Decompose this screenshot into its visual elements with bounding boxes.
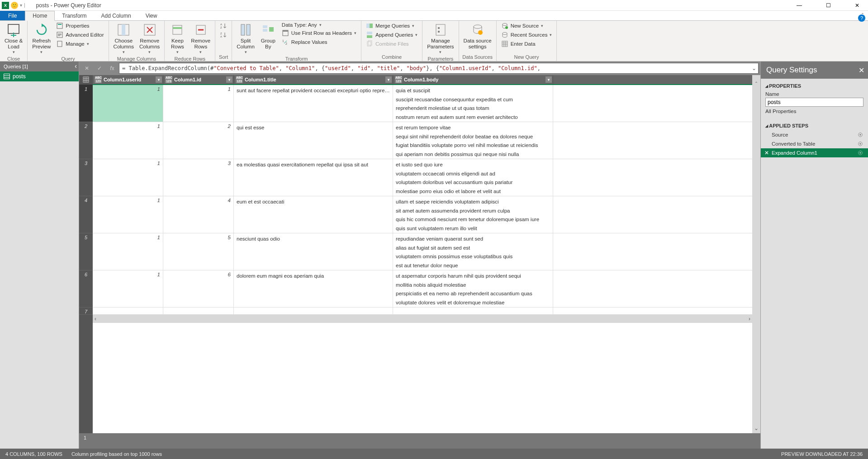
cell-id[interactable] — [163, 308, 234, 314]
cell-id[interactable]: 5 — [163, 233, 234, 270]
advanced-editor-button[interactable]: Advanced Editor — [54, 31, 105, 39]
data-source-settings-button[interactable]: Data source settings — [462, 22, 493, 51]
sort-asc-button[interactable]: AZ — [218, 22, 229, 30]
vertical-scrollbar[interactable]: ˆ⌄ — [752, 75, 760, 433]
help-icon[interactable]: ? — [858, 14, 865, 22]
remove-rows-button[interactable]: Remove Rows — [189, 22, 212, 55]
cell-userid[interactable]: 1 — [93, 196, 163, 233]
fx-icon[interactable]: fx — [106, 63, 118, 74]
cell-id[interactable]: 6 — [163, 270, 234, 307]
cell-userid[interactable]: 1 — [93, 122, 163, 159]
group-by-button[interactable]: Group By — [258, 22, 278, 51]
table-row[interactable] — [93, 308, 752, 315]
close-settings-icon[interactable]: ✕ — [859, 66, 864, 75]
column-header-id[interactable]: ABC123Column1.id▾ — [163, 75, 234, 84]
cell-title[interactable]: ea molestias quasi exercitationem repell… — [234, 159, 393, 196]
properties-button[interactable]: Properties — [54, 22, 105, 30]
column-header-userid[interactable]: ABC123Column1.userId▾ — [93, 75, 163, 84]
collapse-queries-icon[interactable]: ‹ — [75, 62, 77, 70]
tab-add-column[interactable]: Add Column — [94, 11, 138, 20]
table-row[interactable]: 16dolorem eum magni eos aperiam quiaut a… — [93, 270, 752, 308]
row-number[interactable]: 6 — [79, 270, 93, 308]
cell-userid[interactable] — [93, 308, 163, 314]
cell-body[interactable]: et iusto sed quo iurevoluptatem occaecat… — [393, 159, 553, 196]
cell-title[interactable]: dolorem eum magni eos aperiam quia — [234, 270, 393, 307]
recent-sources-button[interactable]: Recent Sources — [499, 31, 554, 39]
data-type-button[interactable]: Data Type: Any — [280, 22, 358, 28]
column-header-title[interactable]: ABC123Column1.title▾ — [234, 75, 393, 84]
tab-file[interactable]: File — [0, 11, 25, 20]
merge-queries-button[interactable]: Merge Queries — [364, 22, 419, 30]
table-row[interactable]: 15nesciunt quas odiorepudiandae veniam q… — [93, 233, 752, 270]
cell-userid[interactable]: 1 — [93, 270, 163, 307]
cell-title[interactable]: eum et est occaecati — [234, 196, 393, 233]
cell-title[interactable]: nesciunt quas odio — [234, 233, 393, 270]
close-and-load-button[interactable]: Close & Load — [3, 22, 24, 55]
split-column-button[interactable]: Split Column — [235, 22, 256, 55]
select-all-corner[interactable] — [79, 75, 93, 85]
gear-icon[interactable] — [857, 141, 863, 147]
horizontal-scrollbar[interactable]: ‹› — [93, 315, 752, 323]
applied-step[interactable]: Converted to Table — [761, 139, 868, 148]
refresh-preview-button[interactable]: Refresh Preview — [30, 22, 52, 55]
all-properties-link[interactable]: All Properties — [765, 107, 796, 116]
tab-home[interactable]: Home — [25, 11, 55, 21]
row-number[interactable]: 1 — [79, 85, 93, 122]
tab-transform[interactable]: Transform — [55, 11, 94, 20]
accept-formula-icon[interactable]: ✓ — [94, 63, 105, 74]
cell-body[interactable]: repudiandae veniam quaerat sunt sedalias… — [393, 233, 553, 270]
append-queries-button[interactable]: Append Queries — [364, 31, 419, 39]
delete-step-icon[interactable]: ✕ — [764, 150, 769, 156]
qat-dropdown-icon[interactable]: ▾ — [20, 3, 22, 8]
cell-body[interactable]: ut aspernatur corporis harum nihil quis … — [393, 270, 553, 307]
manage-parameters-button[interactable]: Manage Parameters — [425, 22, 455, 55]
manage-button[interactable]: Manage — [54, 40, 105, 48]
table-row[interactable]: 12qui est esseest rerum tempore vitaeseq… — [93, 122, 752, 159]
filter-icon[interactable]: ▾ — [226, 76, 232, 83]
cell-id[interactable]: 4 — [163, 196, 234, 233]
cell-id[interactable]: 3 — [163, 159, 234, 196]
sort-desc-button[interactable]: ZA — [218, 31, 229, 39]
filter-icon[interactable]: ▾ — [545, 76, 552, 83]
choose-columns-button[interactable]: Choose Columns — [112, 22, 136, 55]
cell-userid[interactable]: 1 — [93, 233, 163, 270]
cell-id[interactable]: 2 — [163, 122, 234, 159]
cell-userid[interactable]: 1 — [93, 159, 163, 196]
applied-step[interactable]: ✕Expanded Column1 — [761, 148, 868, 157]
tab-view[interactable]: View — [138, 11, 165, 20]
cancel-formula-icon[interactable]: ✕ — [81, 63, 93, 74]
row-number[interactable]: 5 — [79, 233, 93, 270]
query-item-posts[interactable]: posts — [0, 71, 79, 81]
cell-body[interactable] — [393, 308, 553, 314]
row-number[interactable]: 7 — [79, 308, 93, 315]
new-source-button[interactable]: New Source — [499, 22, 554, 30]
cell-id[interactable]: 1 — [163, 85, 234, 122]
row-number[interactable]: 4 — [79, 196, 93, 233]
table-row[interactable]: 14eum et est occaecatiullam et saepe rei… — [93, 196, 752, 233]
remove-columns-button[interactable]: Remove Columns — [138, 22, 161, 55]
filter-icon[interactable]: ▾ — [156, 76, 162, 83]
applied-step[interactable]: Source — [761, 130, 868, 139]
enter-data-button[interactable]: Enter Data — [499, 40, 554, 48]
query-name-input[interactable] — [765, 98, 863, 107]
filter-icon[interactable]: ▾ — [385, 76, 392, 83]
replace-values-button[interactable]: 12Replace Values — [280, 38, 358, 46]
cell-body[interactable]: ullam et saepe reiciendis voluptatem adi… — [393, 196, 553, 233]
row-number[interactable]: 2 — [79, 122, 93, 159]
cell-body[interactable]: est rerum tempore vitaesequi sint nihil … — [393, 122, 553, 159]
cell-body[interactable]: quia et suscipitsuscipit recusandae cons… — [393, 85, 553, 122]
gear-icon[interactable] — [857, 150, 863, 156]
row-number[interactable]: 3 — [79, 159, 93, 196]
table-row[interactable]: 11sunt aut facere repellat provident occ… — [93, 85, 752, 122]
keep-rows-button[interactable]: Keep Rows — [167, 22, 187, 55]
cell-title[interactable] — [234, 308, 393, 314]
table-row[interactable]: 13ea molestias quasi exercitationem repe… — [93, 159, 752, 196]
maximize-button[interactable]: ☐ — [819, 1, 837, 10]
cell-userid[interactable]: 1 — [93, 85, 163, 122]
cell-title[interactable]: sunt aut facere repellat provident occae… — [234, 85, 393, 122]
close-window-button[interactable]: ✕ — [848, 1, 866, 10]
column-header-body[interactable]: ABC123Column1.body▾ — [393, 75, 553, 84]
expand-formula-icon[interactable]: ⌄ — [752, 65, 756, 71]
first-row-headers-button[interactable]: Use First Row as Headers — [280, 29, 358, 37]
gear-icon[interactable] — [857, 132, 863, 138]
